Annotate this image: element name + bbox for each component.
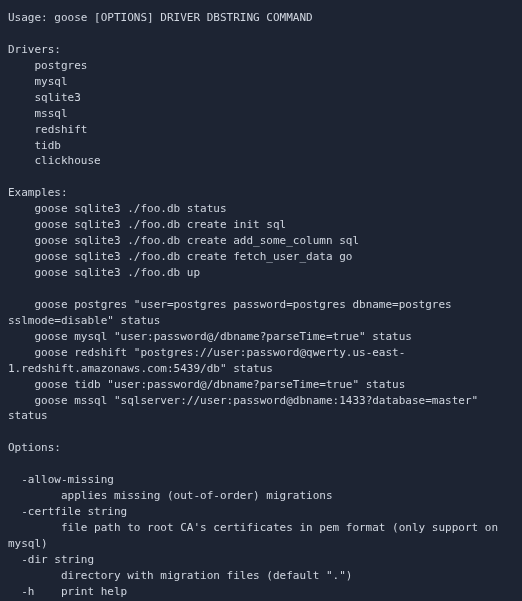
goose-help-output: Usage: goose [OPTIONS] DRIVER DBSTRING C… [0,0,522,601]
